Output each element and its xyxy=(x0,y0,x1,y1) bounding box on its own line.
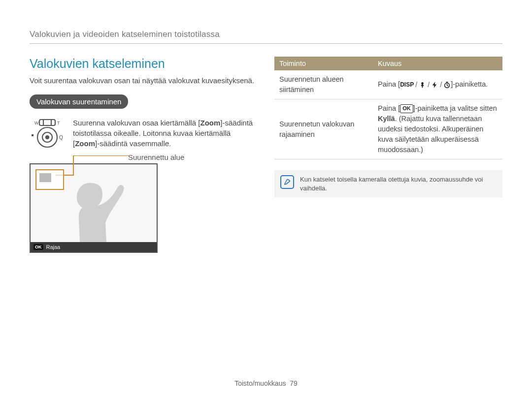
intro-text: Voit suurentaa valokuvan osan tai näyttä… xyxy=(30,76,258,86)
crop-label: Rajaa xyxy=(46,244,61,250)
svg-text:Q: Q xyxy=(59,135,63,140)
breadcrumb: Valokuvien ja videoiden katseleminen toi… xyxy=(30,30,502,39)
note-box: Kun katselet toisella kameralla otettuja… xyxy=(274,170,502,197)
svg-line-10 xyxy=(447,85,448,86)
svg-point-2 xyxy=(46,136,49,139)
row1-function: Suurennetun alueen siirtäminen xyxy=(274,70,373,99)
flash-icon xyxy=(431,81,438,89)
operations-table: Toiminto Kuvaus Suurennetun alueen siirt… xyxy=(274,57,502,159)
row2-function: Suurennetun valokuvan rajaaminen xyxy=(274,99,373,159)
ok-icon: OK xyxy=(33,244,43,250)
dpad-buttons-icon: DISP/ / / xyxy=(400,80,451,90)
enlarged-area-label: Suurennettu alue xyxy=(128,153,258,161)
row2-description: Paina [OK]-painiketta ja valitse sitten … xyxy=(373,99,502,159)
page-footer: Toisto/muokkaus 79 xyxy=(0,379,532,387)
zoom-description: Suurenna valokuvan osaa kiertämällä [Zoo… xyxy=(73,118,258,149)
dial-w-label: W xyxy=(34,121,39,125)
svg-rect-11 xyxy=(446,82,448,83)
svg-rect-3 xyxy=(39,120,55,125)
subheading-pill: Valokuvan suurentaminen xyxy=(30,94,128,109)
table-header-function: Toiminto xyxy=(274,57,373,70)
table-row: Suurennetun valokuvan rajaaminen Paina [… xyxy=(274,99,502,159)
divider xyxy=(30,43,502,44)
note-text: Kun katselet toisella kameralla otettuja… xyxy=(300,175,497,192)
ok-button-icon: OK xyxy=(400,104,413,113)
table-header-description: Kuvaus xyxy=(373,57,502,70)
row1-description: Paina [ DISP/ / / ]-painiketta. xyxy=(373,70,502,99)
preview-bottom-bar: OK Rajaa xyxy=(31,242,157,252)
svg-rect-6 xyxy=(32,134,33,136)
photo-silhouette xyxy=(55,173,129,242)
photo-preview-frame: OK Rajaa xyxy=(30,163,158,253)
zoom-dial-icon: W T Q xyxy=(30,118,65,149)
table-row: Suurennetun alueen siirtäminen Paina [ D… xyxy=(274,70,502,99)
section-heading: Valokuvien katseleminen xyxy=(30,57,258,71)
timer-icon xyxy=(443,81,451,89)
dial-t-label: T xyxy=(57,121,60,125)
macro-icon xyxy=(419,81,426,89)
note-icon xyxy=(280,175,294,189)
